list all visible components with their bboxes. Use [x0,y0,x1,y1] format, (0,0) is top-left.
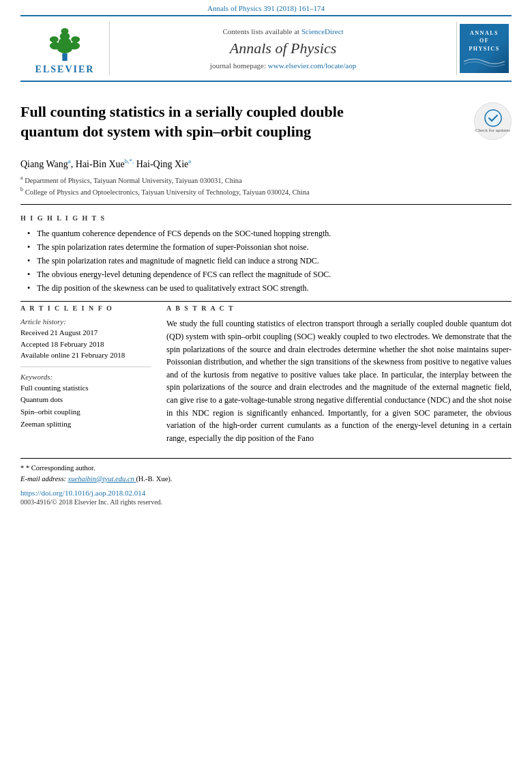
highlight-4: The obvious energy-level detuning depend… [27,268,512,281]
svg-point-7 [69,42,80,50]
contents-availability: Contents lists available at ScienceDirec… [222,27,343,35]
journal-center-header: Contents lists available at ScienceDirec… [109,22,457,75]
affil-divider [20,204,512,205]
received-date: Received 21 August 2017 [20,327,151,339]
copyright-text: 0003-4916/© 2018 Elsevier Inc. All right… [20,498,512,506]
check-updates-icon [484,109,503,128]
annals-badge: ANNALS OF PHYSICS [460,24,509,73]
svg-point-4 [61,28,68,34]
sciencedirect-link[interactable]: ScienceDirect [301,27,344,35]
keyword-2: Quantum dots [20,394,151,406]
abstract-column: A B S T R A C T We study the full counti… [164,304,512,444]
author3-name: Hai-Qing Xie [136,159,189,169]
author1-sup: a [68,158,71,164]
keywords-label: Keywords: [20,373,151,381]
journal-ref-bar: Annals of Physics 391 (2018) 161–174 [0,0,532,15]
check-for-updates-badge: Check for updates [474,102,512,140]
journal-title: Annals of Physics [230,40,336,57]
author3-sup: a [188,158,191,164]
article-info-column: A R T I C L E I N F O Article history: R… [20,304,164,444]
abstract-text: We study the full counting statistics of… [166,317,512,444]
email-link[interactable]: xuehaibin@tyut.edu.cn [68,475,136,483]
authors-line: Qiang Wanga, Hai-Bin Xueb,*, Hai-Qing Xi… [20,158,512,170]
highlight-1: The quantum coherence dependence of FCS … [27,227,512,240]
footer-area: * * Corresponding author. E-mail address… [20,458,512,506]
affil-b: b College of Physics and Optoelectronics… [20,186,512,197]
svg-rect-0 [62,53,67,61]
article-history-label: Article history: [20,317,151,326]
keyword-3: Spin–orbit coupling [20,406,151,418]
elsevier-logo-area: ELSEVIER [20,22,109,75]
svg-point-5 [50,42,61,50]
author2-sup: b,*, [125,158,134,164]
badge-wave-icon [464,55,505,68]
svg-point-9 [485,110,501,126]
journal-ref-text: Annals of Physics 391 (2018) 161–174 [207,4,325,12]
highlights-heading: H I G H L I G H T S [20,214,512,222]
journal-homepage-link[interactable]: www.elsevier.com/locate/aop [268,61,356,70]
svg-point-6 [50,36,59,42]
elsevier-tree-icon [41,22,89,63]
highlight-3: The spin polarization rates and magnitud… [27,255,512,267]
badge-text: ANNALS OF PHYSICS [469,29,499,53]
highlights-divider [20,301,512,302]
keyword-1: Full counting statistics [20,382,151,395]
available-date: Available online 21 February 2018 [20,349,151,361]
journal-header: ELSEVIER Contents lists available at Sci… [20,16,512,82]
two-column-layout: A R T I C L E I N F O Article history: R… [20,304,512,444]
highlight-5: The dip position of the skewness can be … [27,282,512,294]
journal-homepage-line: journal homepage: www.elsevier.com/locat… [210,61,356,70]
article-info-heading: A R T I C L E I N F O [20,304,151,312]
elsevier-logo: ELSEVIER [35,22,95,75]
accepted-date: Accepted 18 February 2018 [20,339,151,350]
check-updates-label: Check for updates [475,128,510,133]
article-title: Full counting statistics in a serially c… [20,102,402,141]
page: Annals of Physics 391 (2018) 161–174 [0,0,532,774]
email-note: E-mail address: xuehaibin@tyut.edu.cn (H… [20,474,512,485]
info-divider [20,367,151,367]
author1-name: Qiang Wang [20,159,68,169]
affil-a: a Department of Physics, Taiyuan Normal … [20,174,512,186]
keyword-4: Zeeman splitting [20,418,151,431]
corresponding-author-note: * * Corresponding author. [20,463,512,474]
main-content: Check for updates Full counting statisti… [0,82,532,444]
svg-point-8 [71,36,80,42]
highlights-list: The quantum coherence dependence of FCS … [20,227,512,294]
doi-link[interactable]: https://doi.org/10.1016/j.aop.2018.02.01… [20,489,512,497]
affiliations: a Department of Physics, Taiyuan Normal … [20,174,512,198]
abstract-heading: A B S T R A C T [166,304,512,312]
highlight-2: The spin polarization rates determine th… [27,241,512,253]
keywords-list: Full counting statistics Quantum dots Sp… [20,382,151,430]
annals-badge-area: ANNALS OF PHYSICS [457,22,512,75]
elsevier-wordmark: ELSEVIER [35,64,95,75]
author2-name: Hai-Bin Xue [76,159,125,169]
